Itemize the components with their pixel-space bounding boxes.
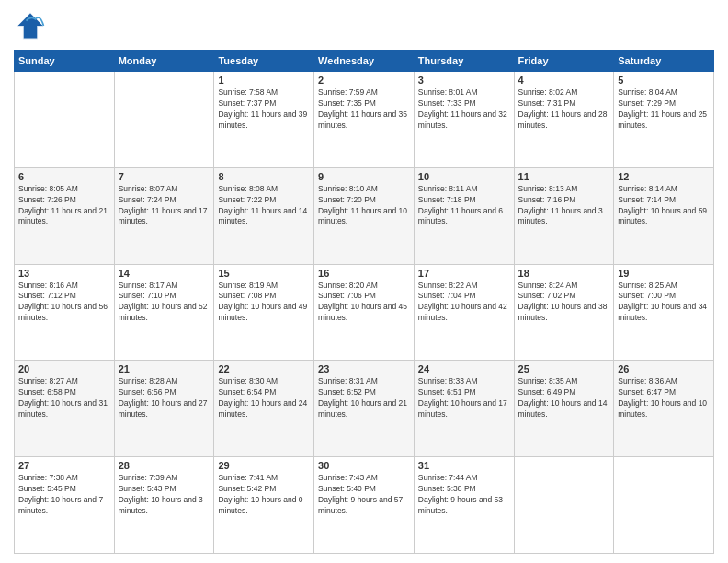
day-number: 1 [218, 75, 310, 86]
calendar-cell: 8Sunrise: 8:08 AM Sunset: 7:22 PM Daylig… [214, 167, 314, 264]
calendar-cell: 20Sunrise: 8:27 AM Sunset: 6:58 PM Dayli… [15, 361, 115, 457]
calendar: SundayMondayTuesdayWednesdayThursdayFrid… [14, 50, 714, 554]
calendar-cell: 29Sunrise: 7:41 AM Sunset: 5:42 PM Dayli… [214, 457, 314, 554]
day-number: 7 [119, 171, 210, 182]
day-number: 28 [119, 460, 210, 471]
day-number: 15 [218, 268, 310, 279]
calendar-cell: 14Sunrise: 8:17 AM Sunset: 7:10 PM Dayli… [114, 264, 214, 361]
day-number: 24 [418, 363, 510, 374]
week-row-3: 13Sunrise: 8:16 AM Sunset: 7:12 PM Dayli… [15, 264, 714, 361]
day-header-thursday: Thursday [414, 51, 514, 72]
week-row-4: 20Sunrise: 8:27 AM Sunset: 6:58 PM Dayli… [15, 361, 714, 457]
day-number: 27 [18, 460, 110, 471]
day-number: 10 [418, 171, 510, 182]
day-info: Sunrise: 7:38 AM Sunset: 5:45 PM Dayligh… [18, 473, 110, 517]
day-info: Sunrise: 7:39 AM Sunset: 5:43 PM Dayligh… [119, 473, 210, 517]
calendar-cell: 15Sunrise: 8:19 AM Sunset: 7:08 PM Dayli… [214, 264, 314, 361]
day-info: Sunrise: 8:19 AM Sunset: 7:08 PM Dayligh… [218, 281, 310, 325]
day-info: Sunrise: 8:14 AM Sunset: 7:14 PM Dayligh… [618, 184, 710, 228]
week-row-2: 6Sunrise: 8:05 AM Sunset: 7:26 PM Daylig… [15, 167, 714, 264]
calendar-cell: 7Sunrise: 8:07 AM Sunset: 7:24 PM Daylig… [114, 167, 214, 264]
calendar-cell [514, 457, 614, 554]
day-info: Sunrise: 8:22 AM Sunset: 7:04 PM Dayligh… [418, 281, 510, 325]
day-info: Sunrise: 7:41 AM Sunset: 5:42 PM Dayligh… [218, 473, 310, 517]
calendar-cell: 5Sunrise: 8:04 AM Sunset: 7:29 PM Daylig… [614, 72, 714, 168]
day-number: 14 [119, 268, 210, 279]
day-info: Sunrise: 8:01 AM Sunset: 7:33 PM Dayligh… [418, 87, 510, 132]
logo [14, 9, 51, 42]
day-info: Sunrise: 8:05 AM Sunset: 7:26 PM Dayligh… [18, 184, 110, 228]
calendar-cell: 19Sunrise: 8:25 AM Sunset: 7:00 PM Dayli… [614, 264, 714, 361]
day-number: 29 [218, 460, 310, 471]
day-number: 22 [218, 363, 310, 374]
day-number: 4 [518, 75, 610, 86]
day-header-sunday: Sunday [15, 51, 115, 72]
header [14, 9, 714, 42]
day-number: 17 [418, 268, 510, 279]
calendar-cell: 13Sunrise: 8:16 AM Sunset: 7:12 PM Dayli… [15, 264, 115, 361]
calendar-cell: 4Sunrise: 8:02 AM Sunset: 7:31 PM Daylig… [514, 72, 614, 168]
day-info: Sunrise: 8:35 AM Sunset: 6:49 PM Dayligh… [518, 376, 610, 420]
day-number: 20 [18, 363, 110, 374]
calendar-cell: 26Sunrise: 8:36 AM Sunset: 6:47 PM Dayli… [614, 361, 714, 457]
day-info: Sunrise: 8:28 AM Sunset: 6:56 PM Dayligh… [119, 376, 210, 420]
day-number: 16 [318, 268, 410, 279]
day-number: 3 [418, 75, 510, 86]
calendar-cell: 9Sunrise: 8:10 AM Sunset: 7:20 PM Daylig… [314, 167, 415, 264]
day-info: Sunrise: 8:20 AM Sunset: 7:06 PM Dayligh… [318, 281, 410, 325]
day-header-friday: Friday [514, 51, 614, 72]
logo-icon [14, 9, 47, 42]
day-info: Sunrise: 7:44 AM Sunset: 5:38 PM Dayligh… [418, 473, 510, 517]
day-header-monday: Monday [114, 51, 214, 72]
calendar-cell: 22Sunrise: 8:30 AM Sunset: 6:54 PM Dayli… [214, 361, 314, 457]
day-number: 11 [518, 171, 610, 182]
calendar-cell: 24Sunrise: 8:33 AM Sunset: 6:51 PM Dayli… [414, 361, 514, 457]
day-number: 6 [18, 171, 110, 182]
calendar-cell [15, 72, 115, 168]
day-info: Sunrise: 8:04 AM Sunset: 7:29 PM Dayligh… [618, 87, 710, 132]
calendar-cell: 3Sunrise: 8:01 AM Sunset: 7:33 PM Daylig… [414, 72, 514, 168]
day-info: Sunrise: 8:08 AM Sunset: 7:22 PM Dayligh… [218, 184, 310, 228]
day-info: Sunrise: 8:36 AM Sunset: 6:47 PM Dayligh… [618, 376, 710, 420]
day-info: Sunrise: 8:17 AM Sunset: 7:10 PM Dayligh… [119, 281, 210, 325]
day-number: 13 [18, 268, 110, 279]
calendar-cell: 31Sunrise: 7:44 AM Sunset: 5:38 PM Dayli… [414, 457, 514, 554]
day-number: 2 [318, 75, 410, 86]
day-number: 5 [618, 75, 710, 86]
day-info: Sunrise: 8:33 AM Sunset: 6:51 PM Dayligh… [418, 376, 510, 420]
calendar-cell: 28Sunrise: 7:39 AM Sunset: 5:43 PM Dayli… [114, 457, 214, 554]
day-info: Sunrise: 7:58 AM Sunset: 7:37 PM Dayligh… [218, 87, 310, 132]
day-number: 9 [318, 171, 410, 182]
calendar-cell: 2Sunrise: 7:59 AM Sunset: 7:35 PM Daylig… [314, 72, 415, 168]
calendar-cell: 16Sunrise: 8:20 AM Sunset: 7:06 PM Dayli… [314, 264, 415, 361]
calendar-cell: 18Sunrise: 8:24 AM Sunset: 7:02 PM Dayli… [514, 264, 614, 361]
calendar-cell: 27Sunrise: 7:38 AM Sunset: 5:45 PM Dayli… [15, 457, 115, 554]
page: SundayMondayTuesdayWednesdayThursdayFrid… [0, 0, 728, 563]
calendar-cell: 25Sunrise: 8:35 AM Sunset: 6:49 PM Dayli… [514, 361, 614, 457]
day-info: Sunrise: 7:59 AM Sunset: 7:35 PM Dayligh… [318, 87, 410, 132]
days-header-row: SundayMondayTuesdayWednesdayThursdayFrid… [15, 51, 714, 72]
calendar-cell: 30Sunrise: 7:43 AM Sunset: 5:40 PM Dayli… [314, 457, 415, 554]
calendar-cell: 6Sunrise: 8:05 AM Sunset: 7:26 PM Daylig… [15, 167, 115, 264]
day-header-saturday: Saturday [614, 51, 714, 72]
calendar-cell: 17Sunrise: 8:22 AM Sunset: 7:04 PM Dayli… [414, 264, 514, 361]
day-info: Sunrise: 8:27 AM Sunset: 6:58 PM Dayligh… [18, 376, 110, 420]
day-number: 18 [518, 268, 610, 279]
day-info: Sunrise: 7:43 AM Sunset: 5:40 PM Dayligh… [318, 473, 410, 517]
day-info: Sunrise: 8:25 AM Sunset: 7:00 PM Dayligh… [618, 281, 710, 325]
calendar-cell: 1Sunrise: 7:58 AM Sunset: 7:37 PM Daylig… [214, 72, 314, 168]
calendar-cell: 23Sunrise: 8:31 AM Sunset: 6:52 PM Dayli… [314, 361, 415, 457]
calendar-cell: 12Sunrise: 8:14 AM Sunset: 7:14 PM Dayli… [614, 167, 714, 264]
day-number: 19 [618, 268, 710, 279]
day-info: Sunrise: 8:31 AM Sunset: 6:52 PM Dayligh… [318, 376, 410, 420]
day-info: Sunrise: 8:30 AM Sunset: 6:54 PM Dayligh… [218, 376, 310, 420]
day-info: Sunrise: 8:24 AM Sunset: 7:02 PM Dayligh… [518, 281, 610, 325]
day-number: 30 [318, 460, 410, 471]
day-info: Sunrise: 8:13 AM Sunset: 7:16 PM Dayligh… [518, 184, 610, 228]
day-header-tuesday: Tuesday [214, 51, 314, 72]
calendar-cell: 11Sunrise: 8:13 AM Sunset: 7:16 PM Dayli… [514, 167, 614, 264]
week-row-1: 1Sunrise: 7:58 AM Sunset: 7:37 PM Daylig… [15, 72, 714, 168]
day-info: Sunrise: 8:16 AM Sunset: 7:12 PM Dayligh… [18, 281, 110, 325]
day-info: Sunrise: 8:10 AM Sunset: 7:20 PM Dayligh… [318, 184, 410, 228]
day-number: 12 [618, 171, 710, 182]
